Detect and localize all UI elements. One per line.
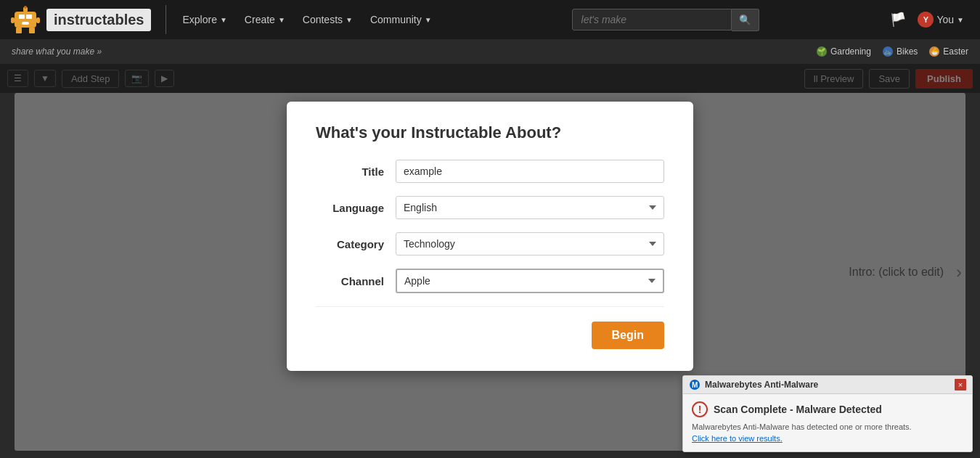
bikes-icon: 🚲 — [883, 46, 893, 57]
you-chevron-icon: ▼ — [957, 16, 964, 24]
search-icon: 🔍 — [739, 15, 751, 25]
contests-chevron-icon: ▼ — [346, 16, 353, 24]
modal-footer: Begin — [316, 306, 664, 349]
malware-results-link[interactable]: Click here to view results. — [692, 434, 783, 443]
search-button[interactable]: 🔍 — [732, 9, 759, 31]
malware-notification: M Malwarebytes Anti-Malware × ! Scan Com… — [682, 375, 973, 452]
malware-alert-title: Scan Complete - Malware Detected — [714, 404, 882, 415]
category-row: Category Technology Food Science Living … — [316, 232, 664, 255]
you-menu[interactable]: Y You ▼ — [909, 7, 973, 32]
nav-divider — [166, 5, 166, 34]
contests-menu[interactable]: Contests ▼ — [294, 9, 362, 30]
malware-alert-row: ! Scan Complete - Malware Detected — [692, 401, 963, 417]
flag-icon: 🏳️ — [890, 12, 906, 28]
malware-header: M Malwarebytes Anti-Malware × — [683, 376, 972, 394]
about-modal: What's your Instructable About? Title La… — [287, 102, 693, 371]
title-label: Title — [316, 165, 396, 178]
easter-link[interactable]: 🐣 Easter — [929, 46, 968, 57]
logo-text: instructables — [46, 9, 151, 31]
gardening-link[interactable]: 🌱 Gardening — [817, 46, 871, 57]
search-input[interactable] — [572, 9, 732, 30]
tagline-text: share what you make » — [12, 46, 102, 57]
svg-rect-9 — [29, 28, 35, 33]
svg-rect-2 — [26, 15, 32, 19]
svg-point-7 — [24, 6, 27, 9]
channel-select[interactable]: Apple Arduino Android Linux Windows Mac — [396, 269, 664, 293]
svg-rect-5 — [36, 17, 40, 23]
easter-icon: 🐣 — [929, 46, 939, 57]
svg-rect-0 — [15, 12, 36, 28]
nav-right: 🏳️ Y You ▼ — [890, 7, 973, 32]
bikes-link[interactable]: 🚲 Bikes — [883, 46, 918, 57]
create-menu[interactable]: Create ▼ — [236, 9, 294, 30]
top-navigation: instructables Explore ▼ Create ▼ Contest… — [0, 0, 980, 39]
svg-rect-4 — [11, 17, 15, 23]
svg-rect-8 — [16, 28, 22, 33]
channel-row: Channel Apple Arduino Android Linux Wind… — [316, 269, 664, 293]
svg-rect-3 — [22, 22, 29, 25]
malware-header-left: M Malwarebytes Anti-Malware — [689, 379, 818, 390]
secondary-navigation: share what you make » 🌱 Gardening 🚲 Bike… — [0, 39, 980, 64]
category-select[interactable]: Technology Food Science Living Workshop … — [396, 232, 664, 255]
community-chevron-icon: ▼ — [425, 16, 432, 24]
channel-label: Channel — [316, 275, 396, 287]
language-select[interactable]: English Spanish French German Portuguese… — [396, 196, 664, 219]
robot-logo-icon — [7, 1, 44, 38]
malware-app-name: Malwarebytes Anti-Malware — [705, 380, 818, 390]
search-area: 🔍 — [441, 9, 891, 31]
malwarebytes-logo-icon: M — [689, 379, 701, 390]
user-avatar: Y — [918, 12, 934, 28]
language-row: Language English Spanish French German P… — [316, 196, 664, 219]
svg-text:M: M — [692, 381, 698, 389]
main-content: ☰ ▼ Add Step 📷 ▶ ll Preview Save Publish… — [0, 64, 980, 458]
title-input[interactable] — [396, 160, 664, 183]
title-row: Title — [316, 160, 664, 183]
malware-alert-icon: ! — [692, 401, 708, 417]
category-label: Category — [316, 238, 396, 250]
begin-button[interactable]: Begin — [592, 322, 664, 349]
explore-chevron-icon: ▼ — [220, 16, 227, 24]
community-menu[interactable]: Community ▼ — [362, 9, 441, 30]
malware-body: ! Scan Complete - Malware Detected Malwa… — [683, 394, 972, 451]
create-chevron-icon: ▼ — [278, 16, 285, 24]
malware-detail-text: Malwarebytes Anti-Malware has detected o… — [692, 422, 963, 444]
explore-menu[interactable]: Explore ▼ — [173, 9, 235, 30]
modal-title: What's your Instructable About? — [316, 123, 664, 142]
gardening-icon: 🌱 — [817, 46, 827, 57]
logo-area[interactable]: instructables — [7, 1, 151, 38]
svg-rect-1 — [19, 15, 25, 19]
malware-close-button[interactable]: × — [955, 379, 966, 390]
language-label: Language — [316, 202, 396, 214]
